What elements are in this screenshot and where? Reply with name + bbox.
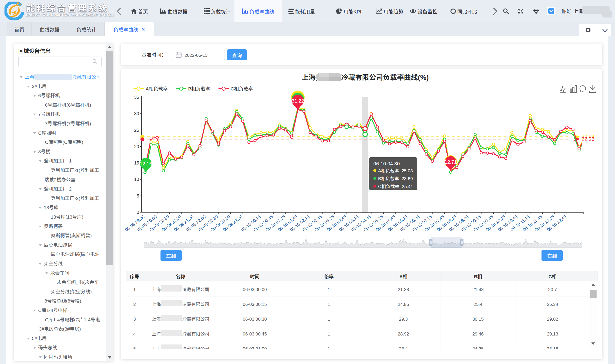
svg-text:35: 35	[134, 95, 139, 100]
svg-text:12.16: 12.16	[140, 161, 152, 167]
svg-text:B相负载率: B相负载率	[188, 85, 210, 92]
svg-text:20: 20	[134, 144, 139, 149]
svg-text:A相负载率: A相负载率	[146, 85, 168, 92]
svg-text:15: 15	[134, 160, 139, 165]
svg-text:30: 30	[134, 111, 139, 116]
svg-text:12.71: 12.71	[444, 159, 457, 165]
svg-text:0: 0	[137, 210, 139, 215]
svg-text:25: 25	[134, 128, 139, 133]
svg-text:22.26: 22.26	[582, 136, 595, 142]
svg-text:31.22: 31.22	[292, 98, 304, 104]
svg-text:10: 10	[134, 177, 139, 182]
svg-text:5: 5	[137, 194, 139, 198]
svg-text:冷藏有限公司负载率曲线(%): 冷藏有限公司负载率曲线(%)	[341, 72, 429, 82]
svg-text:C相负载率: C相负载率	[231, 85, 253, 92]
